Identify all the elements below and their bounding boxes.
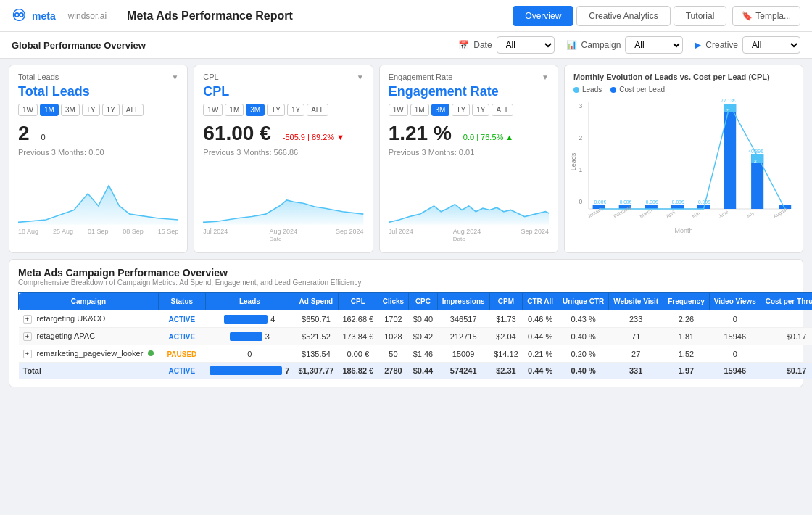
period-all-cpl[interactable]: ALL — [307, 104, 328, 116]
cpm-0: $1.73 — [489, 310, 523, 328]
period-1m-leads[interactable]: 1M — [40, 104, 59, 116]
date-select[interactable]: All — [497, 36, 555, 54]
expand-icon-2[interactable]: + — [23, 350, 32, 358]
campaign-filter: 📊 Campaign All — [566, 36, 684, 54]
period-1w-eng[interactable]: 1W — [389, 104, 408, 116]
period-3m-eng[interactable]: 3M — [431, 104, 450, 116]
ad-spend-0: $650.71 — [294, 310, 338, 328]
svg-text:3: 3 — [579, 102, 583, 110]
video-views-0: 0 — [709, 310, 761, 328]
cpc-2: $1.46 — [409, 345, 438, 363]
engagement-rate-card: Engagement Rate ▼ Engagement Rate 1W 1M … — [379, 65, 558, 253]
cpl-card: CPL ▼ CPL 1W 1M 3M TY 1Y ALL 61.00 € -50… — [194, 65, 373, 253]
expand-icon-0[interactable]: + — [23, 315, 32, 324]
kpi-row: Total Leads ▼ Total Leads 1W 1M 3M TY 1Y… — [0, 59, 812, 259]
period-1y-leads[interactable]: 1Y — [102, 104, 120, 116]
impressions-0: 346517 — [437, 310, 489, 328]
website-visit-0: 233 — [609, 310, 663, 328]
svg-text:April: April — [665, 209, 676, 219]
engagement-chart — [389, 161, 549, 226]
total-leads-periods: 1W 1M 3M TY 1Y ALL — [18, 104, 178, 116]
campaign-name-1: + retageting APAC — [19, 328, 159, 345]
video-views-1: 15946 — [709, 328, 761, 345]
leads-bar-0 — [224, 315, 268, 324]
toolbar-title: Global Performance Overview — [12, 40, 447, 51]
bookmark-icon: 🔖 — [742, 11, 753, 21]
creative-select[interactable]: All — [742, 36, 800, 54]
period-ty-eng[interactable]: TY — [452, 104, 470, 116]
template-button[interactable]: 🔖 Templa... — [732, 6, 800, 26]
svg-text:2: 2 — [579, 134, 583, 141]
header: ♾ meta windsor.ai Meta Ads Performance R… — [0, 0, 812, 32]
status-1: ACTIVE — [158, 328, 205, 345]
table-section-subtitle: Comprehensive Breakdown of Campaign Metr… — [18, 279, 794, 287]
cpl-2: 0.00 € — [338, 345, 378, 363]
total-leads-chart — [18, 161, 178, 226]
status-badge-2: PAUSED — [162, 349, 201, 360]
leads-value-0: 4 — [270, 315, 275, 324]
legend-cpl-dot — [610, 87, 616, 93]
total-leads-bar-cell: 7 — [210, 366, 289, 375]
frequency-2: 1.52 — [663, 345, 710, 363]
campaign-select[interactable]: All — [625, 36, 683, 54]
clicks-0: 1702 — [378, 310, 408, 328]
date-filter: 📅 Date All — [458, 36, 554, 54]
header-tabs: Overview Creative Analytics Tutorial — [513, 6, 726, 26]
video-views-2: 0 — [709, 345, 761, 363]
th-clicks: Clicks — [378, 293, 408, 310]
period-ty-leads[interactable]: TY — [82, 104, 100, 116]
th-cpl: CPL — [338, 293, 378, 310]
cpc-1: $0.42 — [409, 328, 438, 345]
total-leads-dropdown-icon[interactable]: ▼ — [171, 73, 178, 81]
table-row: + retageting APAC ACTIVE 3 $521.52 173.8… — [19, 328, 813, 345]
total-leads: 7 — [205, 363, 294, 379]
engagement-periods: 1W 1M 3M TY 1Y ALL — [389, 104, 549, 116]
period-1y-eng[interactable]: 1Y — [472, 104, 489, 116]
leads-1: 3 — [205, 328, 294, 345]
monthly-chart-card: Monthly Evolution of Leads vs. Cost per … — [564, 65, 803, 253]
period-all-leads[interactable]: ALL — [122, 104, 144, 116]
date-label: Date — [473, 40, 492, 50]
period-1m-eng[interactable]: 1M — [410, 104, 429, 116]
svg-text:June: June — [717, 209, 729, 219]
cpl-value-row: 61.00 € -505.9 | 89.2% ▼ — [203, 122, 363, 145]
total-ad-spend: $1,307.77 — [294, 363, 338, 379]
leads-bar-cell-2: 0 — [210, 350, 289, 358]
tab-tutorial[interactable]: Tutorial — [674, 6, 727, 26]
clicks-2: 50 — [378, 345, 408, 363]
ad-spend-2: $135.54 — [294, 345, 338, 363]
cpl-x-axis: Jul 2024Aug 2024DateSep 2024 — [203, 228, 363, 242]
legend-cpl-label: Cost per Lead — [619, 86, 665, 94]
total-leads-bar — [210, 366, 282, 375]
total-impressions: 574241 — [437, 363, 489, 379]
period-1w-cpl[interactable]: 1W — [203, 104, 223, 116]
cpl-0: 162.68 € — [338, 310, 378, 328]
svg-text:77.13€: 77.13€ — [721, 98, 736, 103]
total-leads-value-row: 2 0 — [18, 122, 178, 145]
expand-icon-1[interactable]: + — [23, 332, 32, 341]
cpl-dropdown-icon[interactable]: ▼ — [357, 73, 364, 81]
engagement-dropdown-icon[interactable]: ▼ — [542, 73, 549, 81]
period-ty-cpl[interactable]: TY — [267, 104, 285, 116]
total-leads-value: 7 — [285, 366, 289, 375]
period-1y-cpl[interactable]: 1Y — [287, 104, 304, 116]
cpm-1: $2.04 — [489, 328, 523, 345]
period-3m-cpl[interactable]: 3M — [246, 104, 265, 116]
cpl-dropdown-label: CPL — [203, 73, 218, 81]
impressions-2: 15009 — [437, 345, 489, 363]
website-visit-2: 27 — [609, 345, 663, 363]
th-frequency: Frequency — [663, 293, 710, 310]
y-axis-label: Leads — [570, 153, 577, 171]
period-1w-leads[interactable]: 1W — [18, 104, 38, 116]
leads-value-1: 3 — [265, 332, 270, 341]
total-status-badge: ACTIVE — [165, 366, 200, 376]
tab-creative-analytics[interactable]: Creative Analytics — [576, 6, 670, 26]
tab-overview[interactable]: Overview — [513, 6, 573, 26]
period-3m-leads[interactable]: 3M — [61, 104, 80, 116]
total-leads-value: 2 — [18, 122, 30, 145]
svg-text:0.00€: 0.00€ — [698, 199, 710, 205]
period-all-eng[interactable]: ALL — [492, 104, 513, 116]
period-1m-cpl[interactable]: 1M — [225, 104, 244, 116]
cpl-change: -505.9 | 89.2% ▼ — [283, 133, 344, 141]
campaign-label-1: retageting APAC — [37, 331, 96, 340]
